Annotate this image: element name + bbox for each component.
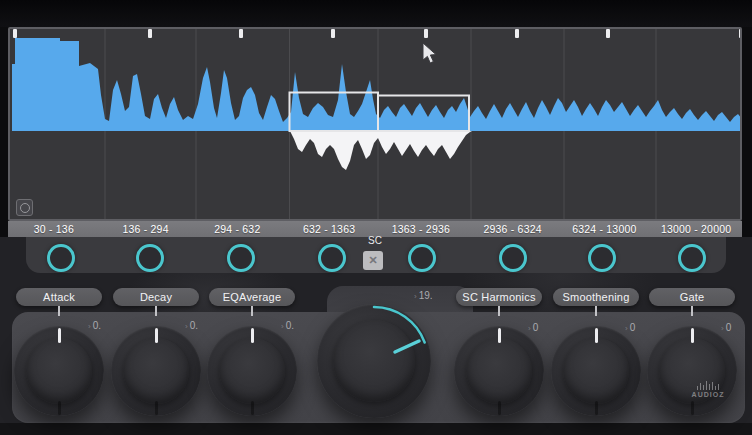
knob-notch bbox=[155, 401, 158, 415]
knob-pointer bbox=[155, 328, 158, 343]
band-enable-button-3[interactable] bbox=[227, 244, 255, 272]
bottom-dark-strip bbox=[0, 423, 752, 435]
value-arrow-icon: › bbox=[281, 322, 284, 331]
band-tick-handles[interactable] bbox=[13, 29, 740, 38]
band-label: 1363 - 2936 bbox=[375, 223, 467, 235]
knob-pointer bbox=[251, 328, 254, 343]
value-arrow-icon: › bbox=[721, 324, 724, 333]
value-arrow-icon: › bbox=[528, 324, 531, 333]
value-arrow-icon: › bbox=[185, 322, 188, 331]
knob-label-smoothening[interactable]: Smoothening bbox=[553, 288, 639, 306]
waveform-bars-icon bbox=[686, 381, 730, 390]
pill-connector bbox=[251, 306, 253, 316]
spectrum-corner-button[interactable] bbox=[16, 199, 33, 216]
knob-face bbox=[219, 338, 286, 405]
audioz-watermark: AUDIOZ bbox=[686, 381, 730, 398]
eqaverage-knob[interactable] bbox=[207, 326, 297, 416]
sc-harmonics-value: ›0 bbox=[528, 322, 538, 333]
knob-notch bbox=[595, 401, 598, 415]
knob-face bbox=[123, 338, 190, 405]
plugin-window: 30 - 136 136 - 294 294 - 632 632 - 1363 … bbox=[0, 0, 752, 435]
band-enable-button-2[interactable] bbox=[136, 244, 164, 272]
band-label: 136 - 294 bbox=[100, 223, 192, 235]
knob-pointer bbox=[595, 328, 598, 343]
knob-label-sc-harmonics[interactable]: SC Harmonics bbox=[456, 288, 542, 306]
close-icon: ✕ bbox=[368, 254, 377, 266]
smoothening-knob[interactable] bbox=[551, 326, 641, 416]
band-label: 632 - 1363 bbox=[283, 223, 375, 235]
spectrum-waveform bbox=[12, 38, 740, 131]
band-label: 294 - 632 bbox=[192, 223, 284, 235]
knob-pointer bbox=[58, 328, 61, 343]
knob-pointer bbox=[498, 328, 501, 343]
band-label: 6324 - 13000 bbox=[559, 223, 651, 235]
knob-face bbox=[26, 338, 93, 405]
band-enable-button-1[interactable] bbox=[47, 244, 75, 272]
sc-main-value: ›19. bbox=[414, 290, 433, 301]
value-arc bbox=[374, 307, 425, 343]
sidechain-mirror-waveform bbox=[290, 131, 472, 170]
knob-label-gate[interactable]: Gate bbox=[649, 288, 735, 306]
knob-notch bbox=[691, 401, 694, 415]
spectrum-display[interactable] bbox=[8, 27, 742, 221]
pill-connector bbox=[155, 306, 157, 316]
top-black-bar bbox=[0, 0, 752, 27]
sc-main-knob[interactable] bbox=[317, 304, 431, 418]
knob-label-attack[interactable]: Attack bbox=[16, 288, 102, 306]
pill-connector bbox=[58, 306, 60, 316]
attack-value: ›0. bbox=[88, 320, 101, 331]
knob-notch bbox=[251, 401, 254, 415]
knob-face bbox=[466, 338, 533, 405]
band-label: 2936 - 6324 bbox=[467, 223, 559, 235]
knob-label-decay[interactable]: Decay bbox=[113, 288, 199, 306]
pill-connector bbox=[498, 306, 500, 316]
knob-pointer bbox=[395, 341, 419, 352]
knob-notch bbox=[498, 401, 501, 415]
value-arrow-icon: › bbox=[414, 292, 417, 301]
band-enable-button-7[interactable] bbox=[588, 244, 616, 272]
pill-connector bbox=[691, 306, 693, 316]
gate-value: ›0 bbox=[721, 322, 731, 333]
knob-pointer bbox=[691, 328, 694, 343]
band-enable-button-8[interactable] bbox=[678, 244, 706, 272]
sc-close-button[interactable]: ✕ bbox=[363, 251, 383, 270]
sc-harmonics-knob[interactable] bbox=[454, 326, 544, 416]
band-enable-button-4[interactable] bbox=[318, 244, 346, 272]
knob-face bbox=[563, 338, 630, 405]
knob-label-eqaverage[interactable]: EQAverage bbox=[209, 288, 295, 306]
value-arrow-icon: › bbox=[625, 324, 628, 333]
eqaverage-value: ›0. bbox=[281, 320, 294, 331]
band-enable-button-6[interactable] bbox=[499, 244, 527, 272]
attack-knob[interactable] bbox=[14, 326, 104, 416]
sc-knob-indicator bbox=[317, 304, 431, 418]
band-label: 30 - 136 bbox=[8, 223, 100, 235]
value-arrow-icon: › bbox=[88, 322, 91, 331]
mouse-cursor-icon bbox=[421, 42, 439, 66]
decay-value: ›0. bbox=[185, 320, 198, 331]
sc-label: SC bbox=[360, 235, 390, 246]
band-label: 13000 - 20000 bbox=[650, 223, 742, 235]
pill-connector bbox=[595, 306, 597, 316]
band-enable-button-5[interactable] bbox=[408, 244, 436, 272]
gate-knob[interactable] bbox=[647, 326, 737, 416]
circle-icon bbox=[20, 203, 30, 213]
smoothening-value: ›0 bbox=[625, 322, 635, 333]
decay-knob[interactable] bbox=[111, 326, 201, 416]
spectrum-canvas[interactable] bbox=[10, 29, 740, 219]
knob-notch bbox=[58, 401, 61, 415]
